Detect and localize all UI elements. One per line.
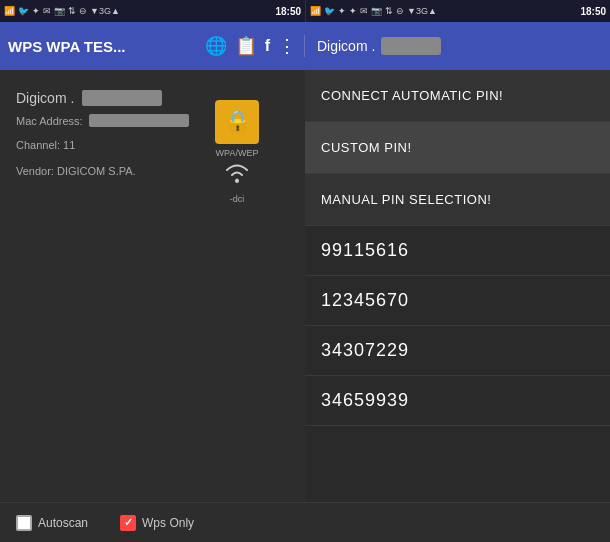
- network-ssid-value: [82, 90, 162, 106]
- vendor-text: Vendor: DIGICOM S.PA.: [16, 165, 136, 177]
- pin-value-4: 34659939: [321, 390, 409, 410]
- pin-item-4[interactable]: 34659939: [305, 376, 610, 426]
- minus-icon-right: ⊖: [396, 6, 404, 16]
- status-bar-right: 📶 🐦 ✦ ✦ ✉ 📷 ⇅ ⊖ ▼3G▲ 18:50: [305, 0, 610, 22]
- arrows-icon-left: ⇅: [68, 6, 76, 16]
- wifi-sub-label: -dci: [230, 194, 245, 204]
- manual-pin-button[interactable]: MANUAL PIN SELECTION!: [305, 174, 610, 226]
- pin-value-3: 34307229: [321, 340, 409, 360]
- wifi-signal-right: ▼3G▲: [407, 6, 437, 16]
- wps-only-checkbox-item[interactable]: Wps Only: [120, 515, 194, 531]
- twitter-icon-right: ✦: [338, 6, 346, 16]
- wifi-signal-left: ▼3G▲: [90, 6, 120, 16]
- mail-icon-right: ✉: [360, 6, 368, 16]
- twitter-icon: ✦: [32, 6, 40, 16]
- bottom-bar: Autoscan Wps Only: [0, 502, 610, 542]
- custom-pin-button[interactable]: CUSTOM PIN!: [305, 122, 610, 174]
- status-bar-left: 📶 🐦 ✦ ✉ 📷 ⇅ ⊖ ▼3G▲ 18:50: [0, 0, 305, 22]
- network-name-bar: Digicom .: [317, 38, 375, 54]
- lock-icon-area: WPA/WEP -dci: [215, 100, 259, 204]
- minus-icon-left: ⊖: [79, 6, 87, 16]
- channel-text: Channel: 11: [16, 139, 75, 151]
- globe-icon[interactable]: 🌐: [205, 35, 227, 57]
- app-title: WPS WPA TES...: [8, 38, 197, 55]
- bird-icon-left: 🐦: [18, 6, 29, 16]
- clipboard-icon[interactable]: 📋: [235, 35, 257, 57]
- network-display-name: Digicom .: [16, 90, 74, 106]
- mac-label: Mac Address:: [16, 115, 83, 127]
- wps-only-checkbox[interactable]: [120, 515, 136, 531]
- pin-list: 99115616 12345670 34307229 34659939: [305, 226, 610, 426]
- wps-only-label: Wps Only: [142, 516, 194, 530]
- app-bar-left: WPS WPA TES... 🌐 📋 f ⋮: [0, 35, 305, 57]
- lock-label: WPA/WEP: [216, 148, 259, 158]
- time-left: 18:50: [275, 6, 301, 17]
- autoscan-label: Autoscan: [38, 516, 88, 530]
- connect-auto-button[interactable]: CONNECT AUTOMATIC PIN!: [305, 70, 610, 122]
- network-badge: [381, 37, 441, 55]
- mac-value: [89, 114, 189, 127]
- nav-icon: ✦: [349, 6, 357, 16]
- lock-icon: [215, 100, 259, 144]
- time-right: 18:50: [580, 6, 606, 17]
- left-panel: Digicom . Mac Address: Channel: 11 Vendo…: [0, 70, 305, 502]
- signal-icon-left: 📶: [4, 6, 15, 16]
- arrows-icon-right: ⇅: [385, 6, 393, 16]
- signal-icon-right: 📶: [310, 6, 321, 16]
- connect-auto-label: CONNECT AUTOMATIC PIN!: [321, 88, 503, 103]
- wifi-icon: [223, 162, 251, 190]
- pin-value-2: 12345670: [321, 290, 409, 310]
- camera-icon-right: 📷: [371, 6, 382, 16]
- mail-icon-left: ✉: [43, 6, 51, 16]
- overflow-menu-icon[interactable]: ⋮: [278, 35, 296, 57]
- bird-icon-right: 🐦: [324, 6, 335, 16]
- right-panel: CONNECT AUTOMATIC PIN! CUSTOM PIN! MANUA…: [305, 70, 610, 502]
- manual-pin-label: MANUAL PIN SELECTION!: [321, 192, 491, 207]
- svg-point-0: [235, 179, 239, 183]
- camera-icon: 📷: [54, 6, 65, 16]
- facebook-icon[interactable]: f: [265, 37, 270, 55]
- pin-item-2[interactable]: 12345670: [305, 276, 610, 326]
- autoscan-checkbox-item[interactable]: Autoscan: [16, 515, 88, 531]
- autoscan-checkbox[interactable]: [16, 515, 32, 531]
- app-bar-right: Digicom .: [305, 37, 610, 55]
- pin-item-1[interactable]: 99115616: [305, 226, 610, 276]
- pin-item-3[interactable]: 34307229: [305, 326, 610, 376]
- pin-value-1: 99115616: [321, 240, 409, 260]
- custom-pin-label: CUSTOM PIN!: [321, 140, 412, 155]
